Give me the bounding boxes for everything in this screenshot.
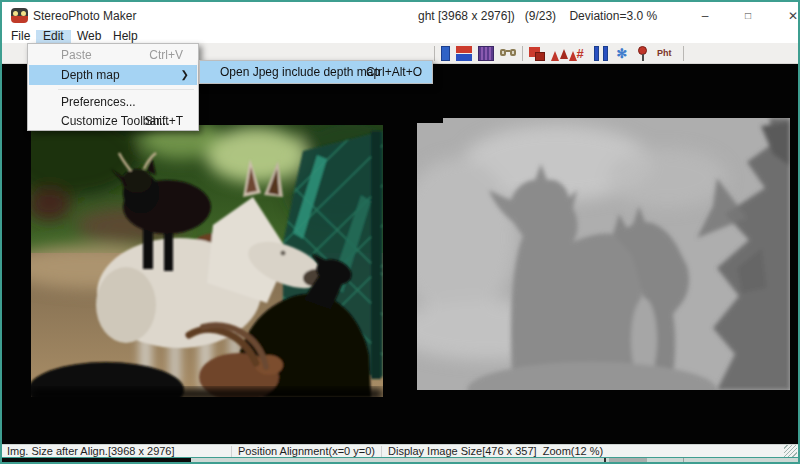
maximize-button[interactable]: □ <box>733 8 763 25</box>
left-image-photo[interactable] <box>31 125 383 397</box>
window-title-info: ght [3968 x 2976]) (9/23) Deviation=3.0 … <box>418 9 657 23</box>
menu-bar: File Edit Web Help <box>2 30 798 43</box>
menu-web[interactable]: Web <box>70 30 108 43</box>
resize-grip[interactable] <box>784 445 797 457</box>
background-scrollbar-fragment <box>609 458 647 463</box>
snowflake-icon[interactable]: ✻ <box>615 46 629 61</box>
menu-item-depth-map[interactable]: Depth map ❯ <box>29 65 197 85</box>
menu-edit[interactable]: Edit <box>36 30 71 43</box>
menu-help[interactable]: Help <box>106 30 145 43</box>
status-divider <box>381 446 382 457</box>
depth-map-graphic <box>417 118 790 390</box>
toolbar-separator <box>434 46 435 61</box>
depth-map-submenu-item[interactable]: Open Jpeg include depth map Ctrl+Alt+O <box>199 60 433 84</box>
status-bar: Img. Size after Align.[3968 x 2976] Posi… <box>2 444 798 457</box>
stereophoto-maker-window: StereoPhoto Maker ght [3968 x 2976]) (9/… <box>0 0 800 464</box>
interlaced-icon[interactable] <box>478 46 494 61</box>
auto-align-icon[interactable] <box>551 46 567 61</box>
menu-item-paste[interactable]: Paste Ctrl+V <box>29 45 197 65</box>
menu-item-preferences[interactable]: Preferences... <box>29 92 197 112</box>
toolbar-icon-group: # ✻ Pht <box>434 45 684 62</box>
anaglyph-icon[interactable] <box>456 46 472 61</box>
minimize-button[interactable]: – <box>690 8 720 25</box>
glasses-3d-icon[interactable] <box>500 46 516 61</box>
right-image-depth-map[interactable] <box>417 118 790 390</box>
menu-file[interactable]: File <box>4 30 37 43</box>
submenu-arrow-icon: ❯ <box>181 65 189 85</box>
background-divider <box>683 458 684 463</box>
pht-icon[interactable]: Pht <box>657 46 677 61</box>
background-divider <box>604 458 606 463</box>
menu-separator <box>58 89 194 90</box>
single-view-icon[interactable] <box>441 46 450 61</box>
toolbar-separator <box>522 46 523 61</box>
app-logo-icon <box>11 8 28 23</box>
side-by-side-icon[interactable] <box>593 46 609 61</box>
window-title: StereoPhoto Maker <box>33 9 136 23</box>
close-button[interactable]: ✕ <box>778 8 800 25</box>
status-divider <box>231 446 232 457</box>
background-desktop-strip <box>2 457 798 462</box>
left-image-graphic <box>31 125 383 397</box>
toolbar-separator <box>683 46 684 61</box>
swap-left-right-icon[interactable] <box>529 46 545 61</box>
background-window-fragment <box>2 458 191 463</box>
title-bar: StereoPhoto Maker ght [3968 x 2976]) (9/… <box>2 2 798 30</box>
edit-dropdown-menu: Paste Ctrl+V Depth map ❯ Preferences... … <box>27 43 199 131</box>
position-pin-icon[interactable] <box>635 46 651 61</box>
menu-item-customize-toolbar[interactable]: Customize Toolbar... Shift+T <box>29 111 197 131</box>
depth-map-edge-step <box>417 118 443 123</box>
